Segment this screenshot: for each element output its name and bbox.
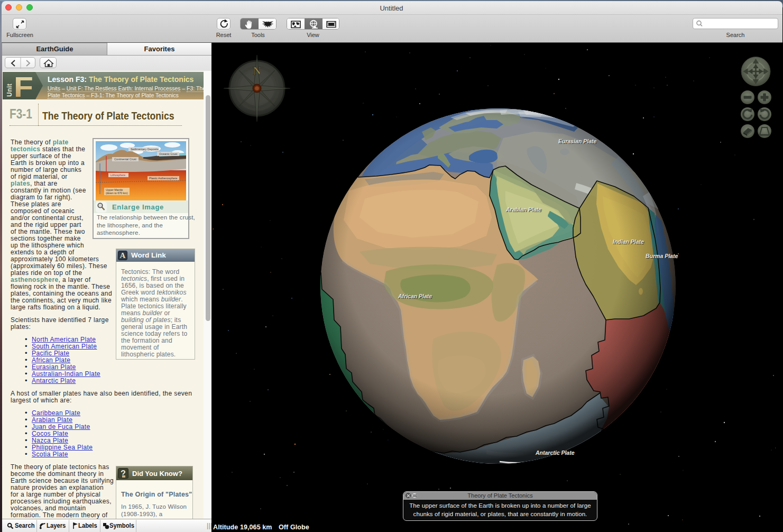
svg-text:Lithosphere: Lithosphere	[110, 173, 125, 177]
svg-text:Antarctic Plate: Antarctic Plate	[535, 450, 575, 456]
svg-text:Continental Crust: Continental Crust	[114, 158, 136, 161]
svg-text:Indian Plate: Indian Plate	[613, 239, 644, 245]
svg-text:Sedimentary Deposits: Sedimentary Deposits	[131, 148, 159, 151]
svg-text:N: N	[253, 65, 261, 77]
svg-text:F: F	[14, 72, 33, 99]
svg-text:Burma Plate: Burma Plate	[646, 253, 678, 259]
svg-text:(down to 670 km): (down to 670 km)	[106, 191, 128, 195]
svg-text:African Plate: African Plate	[398, 293, 432, 299]
svg-text:Arabian Plate: Arabian Plate	[505, 206, 541, 213]
svg-text:Oceanic Crust: Oceanic Crust	[159, 152, 178, 155]
svg-text:Plastic Asthenosphere: Plastic Asthenosphere	[149, 177, 177, 180]
svg-text:Eurasian Plate: Eurasian Plate	[558, 138, 597, 144]
svg-text:Unit: Unit	[6, 84, 13, 97]
